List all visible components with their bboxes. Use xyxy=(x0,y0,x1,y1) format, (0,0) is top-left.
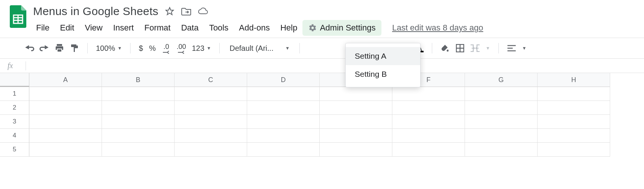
cell[interactable] xyxy=(392,87,465,101)
cell[interactable] xyxy=(102,143,175,157)
cell[interactable] xyxy=(247,143,320,157)
menu-bar: File Edit View Insert Format Data Tools … xyxy=(30,20,644,36)
cell[interactable] xyxy=(175,87,247,101)
menu-admin-label: Admin Settings xyxy=(320,23,375,33)
formula-input[interactable] xyxy=(26,59,644,73)
chevron-down-icon[interactable]: ▼ xyxy=(483,46,492,51)
cell[interactable] xyxy=(102,115,175,129)
redo-icon[interactable] xyxy=(38,41,51,55)
col-header-g[interactable]: G xyxy=(465,73,538,87)
menu-view[interactable]: View xyxy=(79,20,108,36)
col-header-b[interactable]: B xyxy=(102,73,175,87)
sheets-logo[interactable] xyxy=(6,3,30,28)
move-icon[interactable] xyxy=(181,6,191,17)
chevron-down-icon[interactable]: ▼ xyxy=(520,46,529,51)
cell[interactable] xyxy=(538,115,610,129)
col-header-c[interactable]: C xyxy=(175,73,247,87)
cell[interactable] xyxy=(392,115,465,129)
cell[interactable] xyxy=(175,101,247,115)
cell[interactable] xyxy=(247,115,320,129)
formula-bar: fx xyxy=(0,59,644,73)
menu-addons[interactable]: Add-ons xyxy=(234,20,275,36)
svg-rect-5 xyxy=(57,44,62,46)
cell[interactable] xyxy=(102,87,175,101)
cell[interactable] xyxy=(392,101,465,115)
menu-help[interactable]: Help xyxy=(275,20,302,36)
cell[interactable] xyxy=(465,143,538,157)
borders-button[interactable] xyxy=(453,41,467,55)
format-currency[interactable]: $ xyxy=(137,44,145,53)
paint-format-icon[interactable] xyxy=(68,41,81,55)
cell[interactable] xyxy=(465,87,538,101)
cell[interactable] xyxy=(175,143,247,157)
cell[interactable] xyxy=(29,101,102,115)
row-header-3[interactable]: 3 xyxy=(0,115,29,129)
document-title[interactable]: Menus in Google Sheets xyxy=(30,5,158,18)
dropdown-item-setting-a[interactable]: Setting A xyxy=(346,47,420,65)
cloud-icon[interactable] xyxy=(197,6,208,17)
cell[interactable] xyxy=(320,101,392,115)
cell[interactable] xyxy=(538,129,610,143)
row-header-2[interactable]: 2 xyxy=(0,101,29,115)
chevron-down-icon: ▼ xyxy=(117,46,122,51)
menu-format[interactable]: Format xyxy=(139,20,176,36)
cell[interactable] xyxy=(538,143,610,157)
increase-decimal[interactable]: .00 xyxy=(175,41,188,55)
dropdown-item-setting-b[interactable]: Setting B xyxy=(346,65,420,83)
row-header-4[interactable]: 4 xyxy=(0,129,29,143)
more-formats-dropdown[interactable]: 123 ▼ xyxy=(190,44,213,53)
inc-dec-label: .00 xyxy=(176,43,186,51)
toolbar-separator xyxy=(432,43,432,53)
font-dropdown[interactable]: Default (Ari... ▼ xyxy=(226,41,293,55)
chevron-down-icon: ▼ xyxy=(207,46,211,51)
menu-data[interactable]: Data xyxy=(176,20,204,36)
horizontal-align-button[interactable] xyxy=(505,41,518,55)
print-icon[interactable] xyxy=(53,41,66,55)
cell[interactable] xyxy=(29,87,102,101)
decrease-decimal[interactable]: .0 xyxy=(159,41,173,55)
toolbar-separator xyxy=(299,43,300,53)
cell[interactable] xyxy=(465,101,538,115)
cell[interactable] xyxy=(538,87,610,101)
menu-insert[interactable]: Insert xyxy=(108,20,139,36)
undo-icon[interactable] xyxy=(23,41,36,55)
menu-tools[interactable]: Tools xyxy=(204,20,234,36)
cell[interactable] xyxy=(175,129,247,143)
gear-icon xyxy=(308,24,317,32)
cell[interactable] xyxy=(465,129,538,143)
menu-edit[interactable]: Edit xyxy=(55,20,79,36)
cell[interactable] xyxy=(29,129,102,143)
cell[interactable] xyxy=(247,87,320,101)
last-edit-link[interactable]: Last edit was 8 days ago xyxy=(392,23,483,33)
cell[interactable] xyxy=(392,129,465,143)
format-percent[interactable]: % xyxy=(147,44,158,53)
zoom-dropdown[interactable]: 100% ▼ xyxy=(94,44,124,53)
cell[interactable] xyxy=(465,115,538,129)
star-icon[interactable] xyxy=(164,6,175,17)
cell[interactable] xyxy=(320,87,392,101)
cell[interactable] xyxy=(102,129,175,143)
col-header-h[interactable]: H xyxy=(538,73,610,87)
cell[interactable] xyxy=(29,115,102,129)
num-fmt-label: 123 xyxy=(192,44,204,53)
cell[interactable] xyxy=(320,129,392,143)
fill-color-button[interactable] xyxy=(438,41,452,55)
cell[interactable] xyxy=(247,101,320,115)
row-header-1[interactable]: 1 xyxy=(0,87,29,101)
row-header-5[interactable]: 5 xyxy=(0,143,29,157)
select-all-corner[interactable] xyxy=(0,73,29,87)
cell[interactable] xyxy=(320,115,392,129)
cell[interactable] xyxy=(175,115,247,129)
toolbar: 100% ▼ $ % .0 .00 123 ▼ Default (Ari... … xyxy=(0,38,644,59)
cell[interactable] xyxy=(102,101,175,115)
cell[interactable] xyxy=(29,143,102,157)
menu-admin-settings[interactable]: Admin Settings xyxy=(302,20,381,36)
cell[interactable] xyxy=(320,143,392,157)
menu-file[interactable]: File xyxy=(31,20,55,36)
cell[interactable] xyxy=(538,101,610,115)
cell[interactable] xyxy=(247,129,320,143)
col-header-d[interactable]: D xyxy=(247,73,320,87)
cell[interactable] xyxy=(392,143,465,157)
col-header-a[interactable]: A xyxy=(29,73,102,87)
merge-cells-button[interactable] xyxy=(468,41,482,55)
